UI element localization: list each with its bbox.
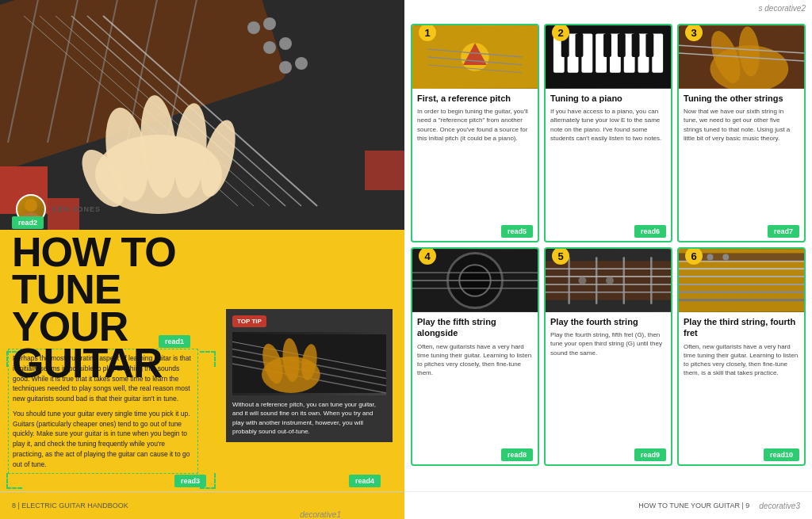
card-body-6: Play the third string, fourth fret Often… bbox=[679, 312, 804, 464]
cards-grid: 1 First, a reference pitch In order to b… bbox=[411, 6, 806, 466]
svg-point-80 bbox=[606, 277, 614, 284]
card-title-5: Play the fourth string bbox=[550, 316, 666, 327]
svg-point-16 bbox=[247, 21, 260, 34]
page-title: HOW TO TUNE YOUR GUITAR bbox=[12, 234, 198, 382]
card-title-6: Play the third string, fourth fret bbox=[684, 316, 799, 339]
svg-rect-45 bbox=[581, 33, 592, 72]
card-text-2: If you have access to a piano, you can a… bbox=[550, 107, 666, 143]
card-number-4: 4 bbox=[419, 247, 436, 265]
bracket-tr bbox=[200, 351, 216, 367]
read-badge-1[interactable]: read5 bbox=[501, 225, 533, 238]
body-paragraph-2: You should tune your guitar every single… bbox=[13, 409, 193, 470]
card-5: 5 Play the fourth string Play the fourth… bbox=[544, 247, 672, 466]
svg-point-91 bbox=[722, 254, 729, 260]
top-tip-image bbox=[232, 332, 386, 395]
card-title-4: Play the fifth string alongside bbox=[417, 316, 533, 339]
main-title-block: HOW TO TUNE YOUR GUITAR bbox=[12, 234, 198, 382]
svg-point-15 bbox=[295, 57, 308, 70]
read-badge-3[interactable]: read7 bbox=[768, 225, 799, 238]
card-number-5: 5 bbox=[552, 247, 569, 265]
card-body-2: Tuning to a piano If you have access to … bbox=[546, 89, 671, 241]
card-title-3: Tuning the other strings bbox=[684, 93, 799, 104]
card-text-5: Play the fourth string, fifth fret (G), … bbox=[550, 330, 666, 357]
svg-rect-54 bbox=[618, 33, 626, 57]
svg-point-90 bbox=[707, 254, 714, 260]
card-body-4: Play the fifth string alongside Often, n… bbox=[412, 312, 538, 464]
read3-badge[interactable]: read3 bbox=[174, 472, 206, 487]
read2-badge[interactable]: read2 bbox=[12, 214, 44, 229]
decorative3-label: decorative3 bbox=[759, 502, 800, 510]
read3-label[interactable]: read3 bbox=[174, 475, 206, 487]
top-tip-text: Without a reference pitch, you can tune … bbox=[232, 400, 386, 436]
read4-badge[interactable]: read4 bbox=[349, 472, 381, 487]
svg-point-13 bbox=[263, 17, 276, 30]
read1-badge[interactable]: read1 bbox=[159, 333, 190, 348]
deco2-text: decorative2 bbox=[764, 4, 806, 13]
svg-point-14 bbox=[279, 37, 292, 50]
card-number-6: 6 bbox=[685, 247, 703, 265]
svg-rect-53 bbox=[603, 33, 611, 57]
card-number-3: 3 bbox=[685, 24, 703, 41]
card-number-1: 1 bbox=[419, 24, 436, 41]
decorative1-label: decorative1 bbox=[300, 510, 341, 519]
card-title-1: First, a reference pitch bbox=[417, 93, 533, 104]
top-tip-label: TOP TIP bbox=[232, 315, 266, 327]
right-page: s decorative2 1 First, a reference pitch… bbox=[404, 0, 812, 519]
card-6: 6 Play the third string, fourth fret Oft… bbox=[677, 247, 806, 466]
svg-rect-50 bbox=[652, 33, 663, 72]
footer-right: HOW TO TUNE YOUR GUITAR | 9 decorative3 bbox=[404, 491, 812, 519]
decorative2-label: s decorative2 bbox=[759, 4, 806, 13]
svg-point-79 bbox=[578, 277, 586, 284]
card-title-2: Tuning to a piano bbox=[550, 93, 666, 104]
card-read-3[interactable]: read7 bbox=[768, 223, 799, 238]
card-number-2: 2 bbox=[552, 24, 569, 41]
author-name: KEN JONES bbox=[52, 205, 101, 213]
read-badge-4[interactable]: read8 bbox=[501, 448, 533, 461]
card-body-3: Tuning the other strings Now that we hav… bbox=[679, 89, 804, 241]
left-page: KEN JONES read2 HOW TO TUNE YOUR GUITAR … bbox=[0, 0, 404, 519]
card-text-4: Often, new guitarists have a very hard t… bbox=[417, 342, 533, 378]
top-tip-box: TOP TIP Without a reference pitch, you c… bbox=[226, 309, 393, 442]
svg-point-17 bbox=[263, 41, 276, 54]
read1-label[interactable]: read1 bbox=[159, 335, 190, 348]
card-text-6: Often, new guitarists have a very hard t… bbox=[684, 342, 799, 378]
read2-label[interactable]: read2 bbox=[12, 216, 44, 229]
svg-rect-56 bbox=[645, 33, 653, 57]
card-text-3: Now that we have our sixth string in tun… bbox=[684, 107, 799, 143]
card-read-4[interactable]: read8 bbox=[501, 446, 533, 461]
svg-rect-52 bbox=[576, 33, 584, 57]
read-badge-6[interactable]: read10 bbox=[764, 448, 799, 461]
footer-left: 8 | ELECTRIC GUITAR HANDBOOK decorative1 bbox=[0, 491, 404, 519]
card-body-5: Play the fourth string Play the fourth s… bbox=[546, 312, 671, 464]
bracket-bl bbox=[6, 473, 22, 489]
card-read-2[interactable]: read6 bbox=[634, 223, 666, 238]
svg-point-25 bbox=[25, 199, 37, 212]
card-1: 1 First, a reference pitch In order to b… bbox=[411, 24, 539, 242]
card-read-6[interactable]: read10 bbox=[764, 446, 799, 461]
card-text-1: In order to begin tuning the guitar, you… bbox=[417, 107, 533, 143]
footer-right-page: HOW TO TUNE YOUR GUITAR | 9 bbox=[638, 502, 749, 509]
card-3: 3 Tuning the other strings Now that we h… bbox=[677, 24, 806, 242]
card-2: 2 Tuning to a piano If bbox=[544, 24, 672, 242]
read-badge-5[interactable]: read9 bbox=[634, 448, 666, 461]
card-body-1: First, a reference pitch In order to beg… bbox=[412, 89, 538, 241]
card-4: 4 Play the fifth string alongside Often,… bbox=[411, 247, 539, 466]
card-read-5[interactable]: read9 bbox=[634, 446, 666, 461]
read-badge-2[interactable]: read6 bbox=[634, 225, 666, 238]
footer-left-page: 8 | ELECTRIC GUITAR HANDBOOK bbox=[12, 502, 128, 509]
read4-label[interactable]: read4 bbox=[349, 475, 381, 487]
decorative-red-square-3 bbox=[365, 151, 404, 190]
card-read-1[interactable]: read5 bbox=[501, 223, 533, 238]
svg-rect-55 bbox=[632, 33, 640, 57]
svg-point-18 bbox=[279, 61, 292, 74]
